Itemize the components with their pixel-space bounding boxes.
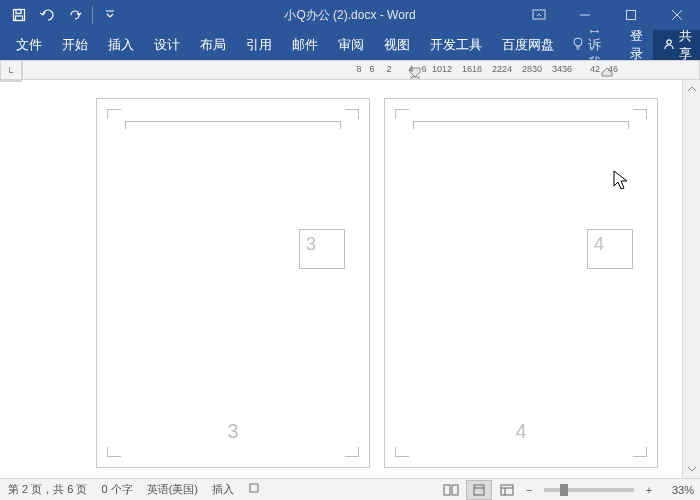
zoom-slider[interactable] xyxy=(544,488,634,492)
margin-corner xyxy=(395,109,409,119)
h-ruler-tick: 6 xyxy=(369,64,374,74)
scroll-up-button[interactable] xyxy=(683,80,700,98)
margin-corner xyxy=(633,109,647,119)
share-button[interactable]: 共享 xyxy=(653,30,700,60)
h-ruler-tick: 2 xyxy=(386,64,391,74)
page-number: 4 xyxy=(515,420,526,443)
margin-corner xyxy=(345,447,359,457)
svg-rect-4 xyxy=(627,11,636,20)
tab-home[interactable]: 开始 xyxy=(52,30,98,60)
window-controls xyxy=(516,0,700,30)
zoom-slider-thumb[interactable] xyxy=(560,484,568,496)
margin-corner xyxy=(107,109,121,119)
person-icon xyxy=(663,38,675,53)
header-rule xyxy=(413,121,629,129)
status-bar: 第 2 页，共 6 页 0 个字 英语(美国) 插入 − + 33% xyxy=(0,478,700,500)
tab-insert[interactable]: 插入 xyxy=(98,30,144,60)
tab-design[interactable]: 设计 xyxy=(144,30,190,60)
tab-baidu[interactable]: 百度网盘 xyxy=(492,30,564,60)
svg-rect-10 xyxy=(250,484,258,492)
h-ruler-tick: 6 xyxy=(421,64,426,74)
text-box[interactable]: 3 xyxy=(299,229,345,269)
tab-file[interactable]: 文件 xyxy=(6,30,52,60)
maximize-button[interactable] xyxy=(608,0,654,30)
tab-developer[interactable]: 开发工具 xyxy=(420,30,492,60)
zoom-percent[interactable]: 33% xyxy=(658,484,694,496)
page-left[interactable]: 3 3 xyxy=(96,98,370,468)
document-canvas[interactable]: 3 3 4 4 xyxy=(22,80,682,478)
lightbulb-icon xyxy=(572,37,584,54)
h-ruler-tick: 4 xyxy=(408,64,413,74)
vertical-ruler[interactable]: 2424681012141618202224264442404846 xyxy=(0,80,22,82)
title-bar: 小Q办公 (2).docx - Word xyxy=(0,0,700,30)
text-box[interactable]: 4 xyxy=(587,229,633,269)
svg-rect-2 xyxy=(16,16,23,21)
qat-customize-button[interactable] xyxy=(99,4,121,26)
h-ruler-tick: 8 xyxy=(356,64,361,74)
read-mode-button[interactable] xyxy=(438,480,464,500)
margin-corner xyxy=(633,447,647,457)
tab-view[interactable]: 视图 xyxy=(374,30,420,60)
svg-point-5 xyxy=(574,38,582,46)
macro-record-icon[interactable] xyxy=(248,482,260,497)
tab-review[interactable]: 审阅 xyxy=(328,30,374,60)
svg-rect-1 xyxy=(16,10,21,14)
margin-corner xyxy=(107,447,121,457)
page-number: 3 xyxy=(227,420,238,443)
h-ruler-tick: 42 xyxy=(590,64,600,74)
vertical-scrollbar[interactable] xyxy=(682,80,700,478)
svg-rect-15 xyxy=(501,485,513,495)
h-ruler-tick: 3436 xyxy=(552,64,572,74)
tab-references[interactable]: 引用 xyxy=(236,30,282,60)
ribbon-display-options-button[interactable] xyxy=(516,0,562,30)
zoom-in-button[interactable]: + xyxy=(642,484,656,496)
margin-corner xyxy=(345,109,359,119)
h-ruler-tick: 2830 xyxy=(522,64,542,74)
qat-separator xyxy=(92,6,93,24)
header-rule xyxy=(125,121,341,129)
share-label: 共享 xyxy=(679,27,692,63)
svg-rect-11 xyxy=(444,485,450,495)
svg-point-6 xyxy=(667,39,671,43)
svg-rect-13 xyxy=(474,485,484,495)
language[interactable]: 英语(美国) xyxy=(147,482,198,497)
signin-button[interactable]: 登录 xyxy=(620,30,653,60)
page-spread: 3 3 4 4 xyxy=(22,80,682,478)
tell-me-search[interactable]: 告诉我... xyxy=(564,30,620,60)
page-right[interactable]: 4 4 xyxy=(384,98,658,468)
insert-mode[interactable]: 插入 xyxy=(212,482,234,497)
scroll-down-button[interactable] xyxy=(683,460,700,478)
tab-stop-selector[interactable]: L xyxy=(0,60,22,80)
word-count[interactable]: 0 个字 xyxy=(101,482,132,497)
workspace: L 2424681012141618202224264442404846 862… xyxy=(0,60,700,478)
page-count[interactable]: 第 2 页，共 6 页 xyxy=(8,482,87,497)
h-ruler-tick: 46 xyxy=(608,64,618,74)
margin-corner xyxy=(395,447,409,457)
quick-access-toolbar xyxy=(0,4,121,26)
h-ruler-tick: 1012 xyxy=(432,64,452,74)
web-layout-button[interactable] xyxy=(494,480,520,500)
close-button[interactable] xyxy=(654,0,700,30)
scroll-track[interactable] xyxy=(683,98,700,460)
tab-layout[interactable]: 布局 xyxy=(190,30,236,60)
h-ruler-tick: 2224 xyxy=(492,64,512,74)
redo-button[interactable] xyxy=(64,4,86,26)
v-ruler-margin-top xyxy=(1,81,21,82)
h-ruler-tick: 1618 xyxy=(462,64,482,74)
minimize-button[interactable] xyxy=(562,0,608,30)
ribbon-tabs: 文件 开始 插入 设计 布局 引用 邮件 审阅 视图 开发工具 百度网盘 告诉我… xyxy=(0,30,700,60)
document-title: 小Q办公 (2).docx - Word xyxy=(284,7,415,24)
print-layout-button[interactable] xyxy=(466,480,492,500)
undo-button[interactable] xyxy=(36,4,58,26)
horizontal-ruler[interactable]: 86246101216182224283034364246 xyxy=(22,60,700,80)
tab-mailings[interactable]: 邮件 xyxy=(282,30,328,60)
zoom-out-button[interactable]: − xyxy=(522,484,536,496)
save-button[interactable] xyxy=(8,4,30,26)
svg-rect-12 xyxy=(452,485,458,495)
